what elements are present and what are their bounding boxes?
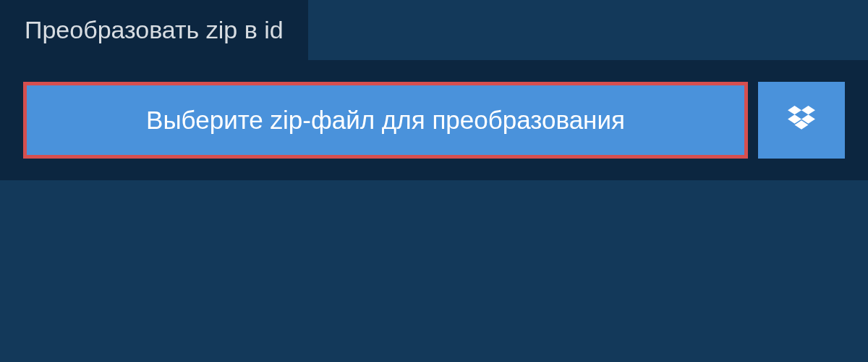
upload-panel: Выберите zip-файл для преобразования [0,60,868,180]
tab-bar: Преобразовать zip в id [0,0,868,60]
tab-label: Преобразовать zip в id [25,16,284,43]
select-file-button[interactable]: Выберите zip-файл для преобразования [23,82,748,159]
dropbox-button[interactable] [758,82,845,159]
dropbox-icon [788,106,815,135]
tab-convert[interactable]: Преобразовать zip в id [0,0,308,60]
select-file-label: Выберите zip-файл для преобразования [146,106,625,135]
